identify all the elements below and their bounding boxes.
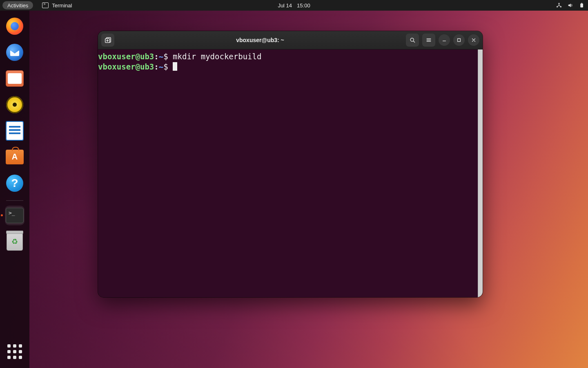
dock-trash[interactable] <box>5 232 24 251</box>
search-button[interactable] <box>406 34 419 47</box>
time-label: 15:00 <box>297 2 310 9</box>
activities-button[interactable]: Activities <box>2 1 33 9</box>
rhythmbox-icon <box>6 96 23 113</box>
dock-files[interactable] <box>5 69 24 88</box>
dock-writer[interactable] <box>5 121 24 141</box>
terminal-area[interactable]: vboxuser@ub3:~$ mkdir mydockerbuildvboxu… <box>98 49 483 297</box>
minimize-button[interactable] <box>439 34 450 46</box>
dock-thunderbird[interactable] <box>5 43 24 62</box>
clock[interactable]: Jul 14 15:00 <box>278 2 310 9</box>
dock-software[interactable] <box>5 147 24 167</box>
window-title: vboxuser@ub3: ~ <box>118 37 403 43</box>
dock-divider <box>6 200 23 201</box>
svg-point-0 <box>559 3 559 4</box>
writer-icon <box>6 121 24 141</box>
volume-icon <box>568 2 573 8</box>
focused-app-indicator[interactable]: Terminal <box>42 2 72 9</box>
top-bar: Activities Terminal Jul 14 15:00 <box>0 0 588 11</box>
maximize-button[interactable] <box>453 34 465 46</box>
svg-point-2 <box>560 6 561 7</box>
close-button[interactable] <box>468 34 479 46</box>
svg-rect-4 <box>581 3 582 4</box>
terminal-cursor <box>173 62 177 71</box>
show-applications-button[interactable] <box>5 342 24 361</box>
help-icon: ? <box>6 175 23 192</box>
activities-label: Activities <box>7 2 28 9</box>
files-icon <box>6 70 24 87</box>
thunderbird-icon <box>6 44 23 61</box>
dock: ? <box>0 11 29 368</box>
battery-icon <box>579 2 585 8</box>
terminal-icon <box>6 208 24 223</box>
trash-icon <box>7 233 23 251</box>
firefox-icon <box>6 18 23 35</box>
terminal-line: vboxuser@ub3:~$ mkdir mydockerbuild <box>98 52 483 62</box>
new-tab-button[interactable] <box>101 34 114 47</box>
terminal-icon <box>42 2 49 8</box>
svg-rect-3 <box>580 4 583 8</box>
hamburger-menu-button[interactable] <box>422 34 435 47</box>
dock-help[interactable]: ? <box>5 173 24 193</box>
system-tray[interactable] <box>556 2 585 8</box>
terminal-window: vboxuser@ub3: ~ vboxuser@ub3:~$ mkdir my… <box>98 31 483 297</box>
svg-rect-7 <box>458 39 461 42</box>
dock-rhythmbox[interactable] <box>5 95 24 114</box>
focused-app-name: Terminal <box>52 2 72 9</box>
window-titlebar[interactable]: vboxuser@ub3: ~ <box>98 31 483 49</box>
dock-terminal[interactable] <box>5 206 24 225</box>
date-label: Jul 14 <box>278 2 292 9</box>
dock-firefox[interactable] <box>5 16 24 36</box>
software-center-icon <box>6 150 24 164</box>
terminal-scrollbar[interactable] <box>478 49 483 297</box>
terminal-line: vboxuser@ub3:~$ <box>98 62 483 72</box>
svg-point-1 <box>557 6 557 7</box>
network-icon <box>556 2 562 8</box>
